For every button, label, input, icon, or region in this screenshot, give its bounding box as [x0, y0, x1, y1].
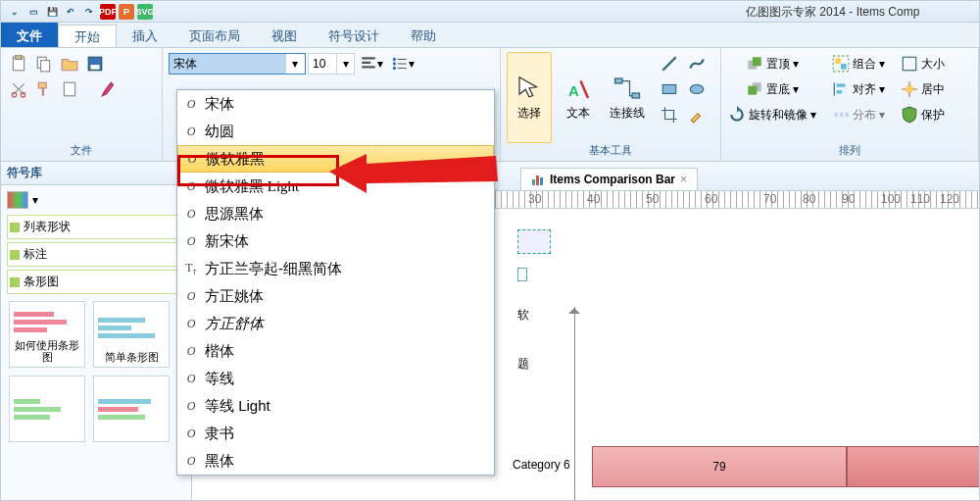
thumb-3[interactable] [9, 376, 85, 442]
shape-handle[interactable] [517, 268, 527, 281]
font-dropdown-icon[interactable]: ▾ [285, 54, 303, 74]
font-item-13[interactable]: O黑体 [177, 447, 494, 475]
bring-front-button[interactable]: 置顶▾ [727, 52, 817, 75]
clipboard-button[interactable] [58, 77, 81, 101]
crop-button[interactable] [658, 103, 681, 126]
font-item-9[interactable]: O楷体 [177, 337, 494, 365]
rotate-button[interactable]: 旋转和镜像▾ [727, 103, 817, 126]
category-list-shapes[interactable]: 列表形状 [7, 215, 185, 239]
bullets-button[interactable]: ▾ [388, 52, 417, 75]
font-item-8[interactable]: O方正舒体 [177, 310, 494, 337]
font-name-input[interactable] [170, 54, 285, 74]
shape-ellipse-button[interactable] [685, 77, 709, 101]
ribbon-tabs: 文件 开始 插入 页面布局 视图 符号设计 帮助 [1, 23, 979, 48]
font-dropdown-list[interactable]: O宋体 O幼圆 O微软雅黑 O微软雅黑 Light O思源黑体 O新宋体 TT方… [176, 89, 495, 476]
tab-file[interactable]: 文件 [1, 23, 58, 47]
font-item-4[interactable]: O思源黑体 [177, 200, 494, 227]
group-tools-label: 基本工具 [507, 143, 714, 159]
size-button[interactable]: 大小 [900, 52, 946, 75]
chart-axis [574, 307, 575, 501]
font-item-3[interactable]: O微软雅黑 Light [177, 173, 494, 200]
font-item-1[interactable]: O幼圆 [177, 118, 494, 145]
category-callouts[interactable]: 标注 [7, 242, 185, 267]
para-align-button[interactable]: ▾ [357, 52, 386, 75]
font-size-combo[interactable]: 10 ▾ [308, 53, 355, 75]
redo-icon[interactable]: ↷ [81, 4, 97, 20]
tab-symbol-design[interactable]: 符号设计 [313, 23, 395, 47]
undo-icon[interactable]: ↶ [63, 4, 78, 20]
tab-insert[interactable]: 插入 [117, 23, 173, 47]
svg-rect-25 [841, 64, 847, 70]
document-tab[interactable]: Items Comparison Bar × [520, 168, 698, 190]
chart-icon [531, 173, 545, 186]
align-button[interactable]: 对齐▾ [831, 77, 886, 101]
format-painter-button[interactable] [32, 77, 56, 101]
selected-shape[interactable] [517, 229, 551, 254]
thumb-howto[interactable]: 如何使用条形图 [9, 301, 85, 368]
shape-rect-button[interactable] [658, 77, 681, 101]
export-pdf-icon[interactable]: PDF [100, 4, 116, 20]
new-icon[interactable]: ▭ [25, 4, 41, 20]
bar-value-1[interactable]: 79 [592, 446, 847, 487]
send-back-button[interactable]: 置底▾ [727, 77, 817, 101]
ribbon-group-file: 文件 [1, 48, 163, 161]
tab-home[interactable]: 开始 [58, 25, 117, 47]
svg-point-12 [393, 62, 396, 65]
distribute-button[interactable]: 分布▾ [831, 103, 886, 126]
shape-curve-button[interactable] [685, 52, 709, 75]
font-item-11[interactable]: O等线 Light [177, 392, 494, 420]
select-tool-button[interactable]: 选择 [507, 52, 552, 143]
document-tab-title: Items Comparison Bar [550, 173, 675, 186]
group-arrange-label: 排列 [727, 143, 972, 159]
font-name-combo[interactable]: ▾ [169, 53, 306, 75]
font-item-12[interactable]: O隶书 [177, 420, 494, 447]
font-item-7[interactable]: O方正姚体 [177, 282, 494, 310]
paste-button[interactable] [7, 52, 30, 75]
font-item-5[interactable]: O新宋体 [177, 227, 494, 255]
export-ppt-icon[interactable]: P [119, 4, 134, 20]
svg-point-18 [690, 85, 704, 94]
axis-arrow-icon [568, 302, 580, 314]
group-button[interactable]: 组合▾ [831, 52, 886, 75]
thumb-4[interactable] [93, 376, 170, 442]
thumb-simple-bar[interactable]: 简单条形图 [93, 301, 170, 368]
text-tool-button[interactable]: A 文本 [556, 52, 601, 143]
font-item-6[interactable]: TT方正兰亭起-细黑简体 [177, 255, 494, 282]
open-button[interactable] [58, 52, 81, 75]
select-label: 选择 [517, 105, 541, 122]
svg-rect-34 [536, 175, 539, 185]
font-item-0[interactable]: O宋体 [177, 90, 494, 118]
ribbon-group-arrange: 置顶▾ 置底▾ 旋转和镜像▾ 组合▾ 对齐▾ 分布▾ 大小 居中 保护 排列 [721, 48, 979, 161]
shape-line-button[interactable] [658, 52, 681, 75]
brush-button[interactable] [97, 77, 121, 101]
svg-point-13 [393, 67, 396, 70]
svg-rect-35 [540, 177, 543, 185]
close-icon[interactable]: × [680, 173, 687, 186]
svg-rect-26 [837, 83, 846, 86]
center-button[interactable]: 居中 [900, 77, 946, 101]
cut-button[interactable] [7, 77, 30, 101]
export-svg-icon[interactable]: SVG [137, 4, 153, 20]
size-dropdown-icon[interactable]: ▾ [336, 54, 354, 74]
bar-value-2[interactable]: 89 [847, 446, 980, 487]
tab-help[interactable]: 帮助 [395, 23, 452, 47]
font-item-2[interactable]: O微软雅黑 [177, 145, 494, 173]
tab-view[interactable]: 视图 [256, 23, 313, 47]
save-button[interactable] [83, 52, 107, 75]
connector-tool-button[interactable]: 连接线 [605, 52, 650, 143]
palette-icon[interactable] [7, 191, 28, 209]
copy-button[interactable] [32, 52, 56, 75]
tab-page-layout[interactable]: 页面布局 [173, 23, 256, 47]
category-bar-charts[interactable]: 条形图 [7, 270, 185, 294]
svg-rect-31 [903, 57, 916, 71]
qat-menu-icon[interactable]: ⌄ [7, 4, 23, 20]
svg-rect-5 [91, 65, 100, 70]
eyedropper-button[interactable] [685, 103, 709, 126]
svg-rect-20 [753, 57, 761, 66]
save-icon[interactable]: 💾 [44, 4, 60, 20]
font-item-10[interactable]: O等线 [177, 365, 494, 392]
chevron-down-icon[interactable]: ▾ [32, 193, 38, 207]
protect-button[interactable]: 保护 [900, 103, 946, 126]
svg-rect-1 [16, 55, 23, 60]
svg-rect-24 [835, 58, 841, 64]
